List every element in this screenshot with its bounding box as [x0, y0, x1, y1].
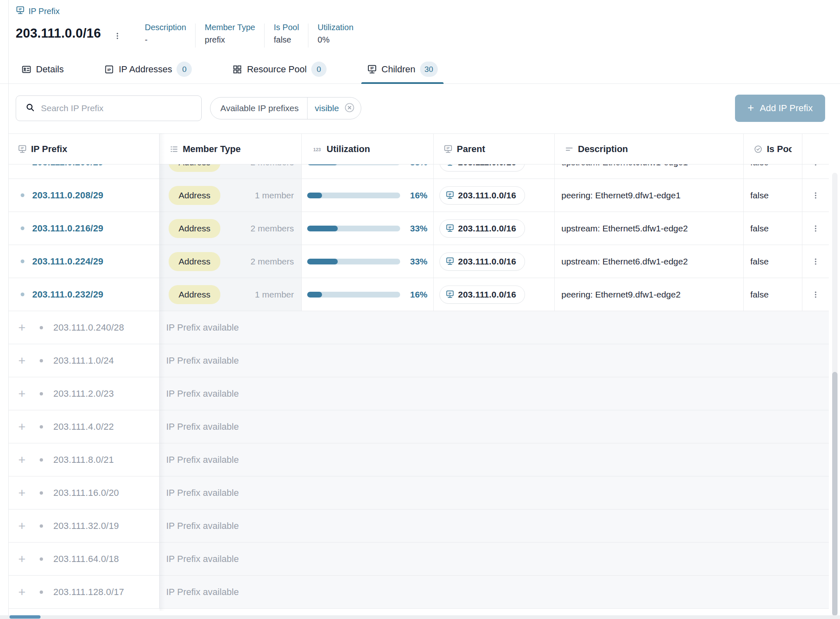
filter-chip-available-ip-prefixes[interactable]: Available IP prefixes visible	[210, 97, 361, 119]
add-available-prefix-button[interactable]: +	[16, 355, 28, 367]
row-kebab-menu-button[interactable]	[810, 189, 821, 202]
grid-icon	[232, 64, 242, 74]
parent-prefix-chip[interactable]: 203.111.0.0/16	[439, 186, 525, 205]
add-available-prefix-button[interactable]: +	[16, 454, 28, 466]
tab-children[interactable]: Children 30	[361, 57, 444, 83]
parent-prefix-label: 203.111.0.0/16	[458, 164, 516, 167]
add-available-prefix-button[interactable]: +	[16, 586, 28, 598]
status-dot	[40, 458, 43, 462]
column-header-member-type[interactable]: Member Type	[160, 134, 302, 164]
row-kebab-menu-button[interactable]	[810, 222, 821, 235]
ip-prefix-link[interactable]: 203.111.0.208/29	[32, 190, 103, 201]
plus-icon: +	[747, 102, 754, 114]
parent-prefix-label: 203.111.0.0/16	[458, 224, 516, 233]
description-cell: upstream: Ethernet5.dfw1-edge2	[555, 212, 744, 245]
status-dot	[40, 524, 43, 528]
title-kebab-menu-button[interactable]	[111, 29, 124, 45]
horizontal-scrollbar-thumb[interactable]	[10, 615, 41, 619]
tab-ip-addresses[interactable]: IP IP Addresses 0	[98, 57, 198, 83]
member-type-cell: Address 1 member	[160, 278, 302, 311]
utilization-percent: 33%	[410, 224, 427, 233]
is-pool-cell: false	[744, 164, 802, 179]
parent-prefix-chip[interactable]: 203.111.0.0/16	[439, 286, 525, 304]
row-kebab-menu-button[interactable]	[810, 255, 821, 268]
ip-prefix-cell: + 203.111.8.0/21	[9, 443, 160, 476]
column-header-utilization[interactable]: 123 Utilization	[302, 134, 434, 164]
list-icon	[169, 145, 179, 154]
horizontal-scrollbar-track	[0, 615, 840, 619]
available-prefix-label: 203.111.32.0/19	[53, 521, 119, 531]
tab-bar: Details IP IP Addresses 0 Resource Pool …	[0, 57, 840, 84]
add-available-prefix-button[interactable]: +	[16, 321, 28, 334]
status-dot	[40, 326, 43, 329]
ip-prefix-link[interactable]: 203.111.0.216/29	[32, 223, 103, 234]
ip-prefix-link[interactable]: 203.111.0.224/29	[32, 256, 103, 267]
search-input[interactable]	[41, 103, 194, 113]
svg-text:IP: IP	[107, 67, 111, 71]
utilization-bar	[307, 164, 400, 165]
search-icon	[25, 102, 35, 114]
utilization-bar	[307, 226, 400, 231]
ip-prefix-icon	[446, 164, 454, 167]
breadcrumb[interactable]: IP Prefix	[16, 6, 840, 17]
ip-prefix-icon	[446, 191, 454, 200]
column-header-parent[interactable]: Parent	[434, 134, 555, 164]
table-row-available: + 203.111.64.0/18 IP Prefix available	[9, 543, 829, 576]
parent-cell: 203.111.0.0/16	[434, 179, 555, 212]
parent-prefix-chip[interactable]: 203.111.0.0/16	[439, 252, 525, 271]
ip-prefix-cell: + 203.111.2.0/23	[9, 377, 160, 410]
row-kebab-menu-button[interactable]	[810, 164, 821, 169]
123-icon: 123	[312, 145, 322, 154]
column-header-is-pool[interactable]: Is Pool	[744, 134, 802, 164]
status-dot	[40, 590, 43, 594]
member-count: 2 members	[251, 164, 294, 167]
table-row-available: + 203.111.128.0/17 IP Prefix available	[9, 576, 829, 609]
ip-prefix-icon	[446, 290, 454, 299]
tab-details[interactable]: Details	[16, 57, 69, 83]
ip-prefix-link[interactable]: 203.111.0.200/29	[32, 164, 103, 168]
parent-cell: 203.111.0.0/16	[434, 212, 555, 245]
utilization-bar	[307, 259, 400, 264]
ip-prefix-link[interactable]: 203.111.0.232/29	[32, 289, 103, 300]
add-available-prefix-button[interactable]: +	[16, 553, 28, 565]
column-header-description[interactable]: Description	[555, 134, 744, 164]
add-available-prefix-button[interactable]: +	[16, 421, 28, 433]
filter-chip-remove-button[interactable]	[344, 102, 361, 114]
breadcrumb-label: IP Prefix	[29, 7, 60, 16]
title-row: 203.111.0.0/16 Description - Member Type…	[16, 20, 840, 48]
add-available-prefix-button[interactable]: +	[16, 388, 28, 400]
id-card-icon	[21, 64, 31, 74]
available-note-cell: IP Prefix available	[160, 344, 829, 377]
member-count: 2 members	[251, 257, 294, 267]
table-row-available: + 203.111.0.240/28 IP Prefix available	[9, 311, 829, 344]
available-note-cell: IP Prefix available	[160, 377, 829, 410]
actions-cell	[802, 179, 829, 212]
table-row-available: + 203.111.8.0/21 IP Prefix available	[9, 443, 829, 476]
parent-prefix-label: 203.111.0.0/16	[458, 257, 516, 267]
utilization-bar-fill	[307, 193, 322, 198]
member-count: 1 member	[255, 290, 294, 300]
tab-label: Resource Pool	[247, 64, 306, 75]
column-header-ip-prefix[interactable]: IP Prefix	[9, 134, 160, 164]
member-type-badge: Address	[169, 219, 220, 238]
status-dot	[40, 425, 43, 429]
parent-prefix-label: 203.111.0.0/16	[458, 190, 516, 200]
ip-prefix-cell: + 203.111.128.0/17	[9, 576, 160, 608]
ip-prefix-cell: + 203.111.4.0/22	[9, 410, 160, 443]
table-row-available: + 203.111.16.0/20 IP Prefix available	[9, 476, 829, 509]
vertical-scrollbar-thumb[interactable]	[832, 372, 838, 616]
row-kebab-menu-button[interactable]	[810, 288, 821, 301]
add-available-prefix-button[interactable]: +	[16, 487, 28, 499]
table-row-available: + 203.111.2.0/23 IP Prefix available	[9, 377, 829, 410]
tab-resource-pool[interactable]: Resource Pool 0	[227, 57, 332, 83]
ip-prefix-cell: + 203.111.0.240/28	[9, 311, 160, 344]
ip-prefix-cell: 203.111.0.224/29	[9, 245, 160, 278]
ip-prefix-icon	[446, 224, 454, 233]
add-ip-prefix-button[interactable]: + Add IP Prefix	[735, 95, 825, 122]
add-available-prefix-button[interactable]: +	[16, 520, 28, 532]
parent-prefix-chip[interactable]: 203.111.0.0/16	[439, 164, 525, 171]
text-lines-icon	[565, 145, 574, 154]
description-cell: upstream: Ethernet6.dfw1-edge1	[555, 164, 744, 179]
parent-prefix-chip[interactable]: 203.111.0.0/16	[439, 219, 525, 238]
table-row-available: + 203.111.1.0/24 IP Prefix available	[9, 344, 829, 377]
